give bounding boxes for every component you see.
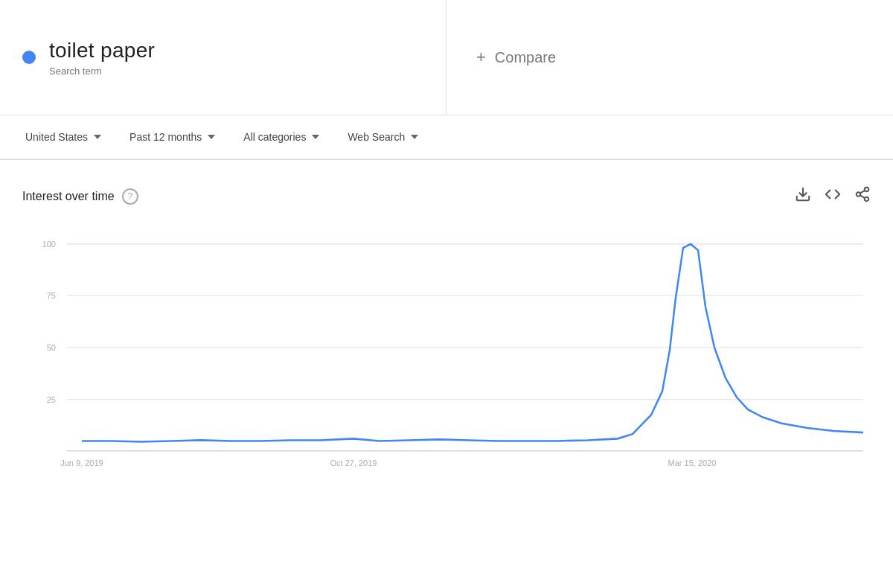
chart-section: Interest over time ? [7, 171, 886, 496]
chart-title-area: Interest over time ? [22, 188, 138, 205]
search-term-box: toilet paper Search term [0, 0, 446, 115]
x-label-mar: Mar 15, 2020 [668, 458, 717, 467]
chart-actions [795, 186, 871, 206]
y-label-100: 100 [42, 240, 56, 249]
y-label-50: 50 [47, 343, 56, 352]
compare-box[interactable]: + Compare [446, 0, 893, 115]
category-label: All categories [243, 131, 306, 143]
svg-line-5 [860, 191, 865, 194]
x-label-jun: Jun 9, 2019 [60, 458, 103, 467]
y-label-75: 75 [47, 291, 56, 300]
category-chevron-icon [312, 135, 319, 139]
embed-icon[interactable] [825, 186, 841, 206]
time-label: Past 12 months [129, 131, 202, 143]
search-type-filter[interactable]: Web Search [337, 125, 429, 149]
svg-line-4 [860, 195, 865, 198]
region-filter[interactable]: United States [15, 125, 112, 149]
chart-header: Interest over time ? [22, 186, 871, 206]
chart-svg: 100 75 50 25 Jun 9, 2019 Oct 27, 2019 Ma… [22, 221, 871, 482]
search-term-text: toilet paper Search term [49, 39, 155, 77]
help-icon[interactable]: ? [122, 188, 138, 205]
search-type-chevron-icon [411, 135, 418, 139]
y-label-25: 25 [47, 395, 56, 404]
search-type-label: Web Search [348, 131, 405, 143]
search-term-sub: Search term [49, 65, 155, 77]
download-icon[interactable] [795, 186, 811, 206]
x-label-oct: Oct 27, 2019 [330, 458, 377, 467]
region-chevron-icon [94, 135, 101, 139]
search-header: toilet paper Search term + Compare [0, 0, 893, 115]
filter-bar: United States Past 12 months All categor… [0, 115, 893, 160]
search-dot [22, 51, 36, 64]
compare-plus-icon: + [476, 48, 486, 67]
share-icon[interactable] [854, 186, 871, 206]
interest-line [82, 244, 863, 442]
compare-label: Compare [495, 49, 556, 66]
search-term-main: toilet paper [49, 39, 155, 63]
chart-container: 100 75 50 25 Jun 9, 2019 Oct 27, 2019 Ma… [22, 221, 871, 482]
chart-title: Interest over time [22, 190, 115, 203]
category-filter[interactable]: All categories [233, 125, 330, 149]
time-chevron-icon [208, 135, 215, 139]
region-label: United States [25, 131, 88, 143]
time-filter[interactable]: Past 12 months [119, 125, 225, 149]
